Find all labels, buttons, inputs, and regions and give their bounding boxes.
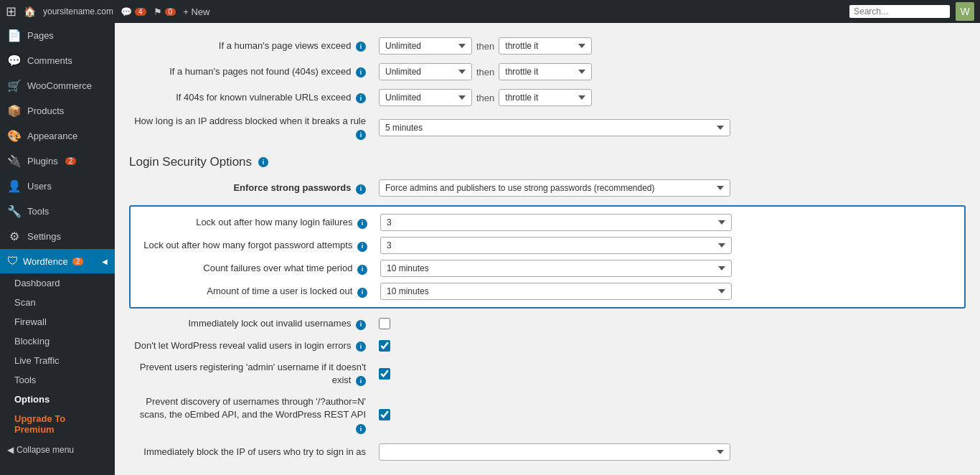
products-icon: 📦 xyxy=(7,104,22,118)
enforce-passwords-control: Force admins and publishers to use stron… xyxy=(379,179,966,197)
sidebar-item-settings[interactable]: ⚙ Settings xyxy=(0,224,115,249)
notif-bar-item[interactable]: ⚑ 0 xyxy=(154,6,176,17)
sidebar-upgrade-link[interactable]: Upgrade To Premium xyxy=(0,409,115,439)
then-label-1: then xyxy=(476,41,494,52)
login-failures-control: 3 xyxy=(380,214,964,231)
home-icon[interactable]: 🏠 xyxy=(24,6,36,17)
prevent-admin-username-row: Prevent users registering 'admin' userna… xyxy=(129,361,966,387)
invalid-usernames-row: Immediately lock out invalid usernames i xyxy=(129,317,966,330)
admin-bar-right: W xyxy=(849,2,974,21)
enforce-passwords-select[interactable]: Force admins and publishers to use stron… xyxy=(379,179,730,197)
reveal-valid-users-checkbox[interactable] xyxy=(379,340,390,352)
forgot-password-control: 3 xyxy=(380,237,964,254)
lockout-duration-select[interactable]: 10 minutes xyxy=(380,283,732,300)
pages-404-action-select[interactable]: throttle it xyxy=(499,63,592,80)
vuln-404-info-icon[interactable]: i xyxy=(356,93,366,103)
wordfence-arrow-icon: ◀ xyxy=(102,258,108,265)
comments-count: 4 xyxy=(135,8,146,16)
wp-logo-icon[interactable]: ⊞ xyxy=(6,4,17,19)
prevent-author-scan-label: Prevent discovery of usernames through '… xyxy=(129,395,373,435)
ip-block-duration-control: 5 minutes xyxy=(379,119,966,136)
count-failures-time-row: Count failures over what time period i 1… xyxy=(131,260,964,277)
collapse-label: Collapse menu xyxy=(17,445,74,455)
tools-icon: 🔧 xyxy=(7,204,22,218)
collapse-icon: ◀ xyxy=(7,445,14,455)
plugins-badge: 2 xyxy=(65,157,77,165)
new-button[interactable]: + New xyxy=(183,6,209,17)
sidebar-item-plugins-label: Plugins xyxy=(27,156,58,166)
search-input[interactable] xyxy=(849,5,950,18)
sidebar-sub-blocking[interactable]: Blocking xyxy=(0,331,115,351)
lockout-duration-info-icon[interactable]: i xyxy=(357,288,367,298)
pages-404-row: If a human's pages not found (404s) exce… xyxy=(129,63,966,80)
prevent-admin-username-info-icon[interactable]: i xyxy=(356,376,366,386)
vuln-404-select[interactable]: Unlimited xyxy=(379,89,472,106)
then-label-2: then xyxy=(476,67,494,77)
prevent-author-scan-control xyxy=(379,409,966,420)
collapse-menu-button[interactable]: ◀ Collapse menu xyxy=(0,439,115,461)
pages-404-label: If a human's pages not found (404s) exce… xyxy=(129,65,373,78)
sidebar-item-comments-label: Comments xyxy=(27,55,72,66)
site-name[interactable]: yoursitename.com xyxy=(43,6,113,17)
sidebar-sub-dashboard[interactable]: Dashboard xyxy=(0,273,115,293)
plugins-icon: 🔌 xyxy=(7,154,22,168)
prevent-admin-username-label: Prevent users registering 'admin' userna… xyxy=(129,361,373,387)
forgot-password-select[interactable]: 3 xyxy=(380,237,732,254)
count-failures-time-select[interactable]: 10 minutes xyxy=(380,260,732,277)
page-views-action-select[interactable]: throttle it xyxy=(499,37,592,55)
page-views-select[interactable]: Unlimited xyxy=(379,37,472,55)
prevent-admin-username-checkbox[interactable] xyxy=(379,368,390,380)
enforce-passwords-info-icon[interactable]: i xyxy=(356,184,366,194)
reveal-valid-users-info-icon[interactable]: i xyxy=(356,342,366,352)
sidebar-item-settings-label: Settings xyxy=(27,231,61,242)
invalid-usernames-control xyxy=(379,318,966,329)
page-views-control: Unlimited then throttle it xyxy=(379,37,966,55)
block-signin-ip-select[interactable] xyxy=(379,443,730,461)
sidebar-item-tools[interactable]: 🔧 Tools xyxy=(0,199,115,224)
prevent-author-scan-info-icon[interactable]: i xyxy=(356,424,366,434)
prevent-author-scan-checkbox[interactable] xyxy=(379,409,390,420)
reveal-valid-users-row: Don't let WordPress reveal valid users i… xyxy=(129,339,966,352)
lockout-duration-label: Amount of time a user is locked out i xyxy=(131,285,374,298)
page-views-info-icon[interactable]: i xyxy=(356,42,366,52)
sidebar-sub-livetraffic[interactable]: Live Traffic xyxy=(0,351,115,370)
login-failures-select[interactable]: 3 xyxy=(380,214,732,231)
sidebar-item-woocommerce[interactable]: 🛒 WooCommerce xyxy=(0,73,115,98)
lockout-duration-row: Amount of time a user is locked out i 10… xyxy=(131,283,964,300)
main-layout: 📄 Pages 💬 Comments 🛒 WooCommerce 📦 Produ… xyxy=(0,23,980,475)
sidebar-item-pages[interactable]: 📄 Pages xyxy=(0,23,115,48)
invalid-usernames-info-icon[interactable]: i xyxy=(356,320,366,330)
vuln-404-label: If 404s for known vulnerable URLs exceed… xyxy=(129,91,373,104)
sidebar-sub-scan[interactable]: Scan xyxy=(0,293,115,312)
prevent-author-scan-row: Prevent discovery of usernames through '… xyxy=(129,395,966,435)
sidebar-item-woocommerce-label: WooCommerce xyxy=(27,80,92,91)
comments-bar-item[interactable]: 💬 4 xyxy=(121,6,146,17)
sidebar-sub-firewall[interactable]: Firewall xyxy=(0,312,115,331)
login-failures-info-icon[interactable]: i xyxy=(357,219,367,229)
forgot-password-info-icon[interactable]: i xyxy=(357,242,367,252)
vuln-404-control: Unlimited then throttle it xyxy=(379,89,966,106)
login-security-info-icon[interactable]: i xyxy=(258,157,268,167)
sidebar-item-comments[interactable]: 💬 Comments xyxy=(0,48,115,73)
vuln-404-row: If 404s for known vulnerable URLs exceed… xyxy=(129,89,966,106)
sidebar-item-wordfence[interactable]: 🛡 Wordfence 2 ◀ xyxy=(0,249,115,273)
invalid-usernames-checkbox[interactable] xyxy=(379,318,390,329)
pages-404-info-icon[interactable]: i xyxy=(356,67,366,77)
sidebar-item-appearance[interactable]: 🎨 Appearance xyxy=(0,123,115,149)
count-failures-info-icon[interactable]: i xyxy=(357,265,367,275)
lockout-settings-box: Lock out after how many login failures i… xyxy=(129,205,966,309)
pages-404-select[interactable]: Unlimited xyxy=(379,63,472,80)
ip-block-info-icon[interactable]: i xyxy=(356,130,366,140)
sidebar-sub-tools[interactable]: Tools xyxy=(0,370,115,390)
vuln-404-action-select[interactable]: throttle it xyxy=(499,89,592,106)
block-signin-ip-row: Immediately block the IP of users who tr… xyxy=(129,443,966,461)
invalid-usernames-label: Immediately lock out invalid usernames i xyxy=(129,317,373,330)
sidebar-item-users[interactable]: 👤 Users xyxy=(0,174,115,199)
sidebar-item-plugins[interactable]: 🔌 Plugins 2 xyxy=(0,149,115,174)
sidebar-item-products[interactable]: 📦 Products xyxy=(0,98,115,123)
sidebar-sub-options[interactable]: Options xyxy=(0,390,115,409)
lockout-duration-control: 10 minutes xyxy=(380,283,964,300)
avatar[interactable]: W xyxy=(956,2,974,21)
ip-block-duration-select[interactable]: 5 minutes xyxy=(379,119,730,136)
count-failures-time-label: Count failures over what time period i xyxy=(131,262,374,275)
